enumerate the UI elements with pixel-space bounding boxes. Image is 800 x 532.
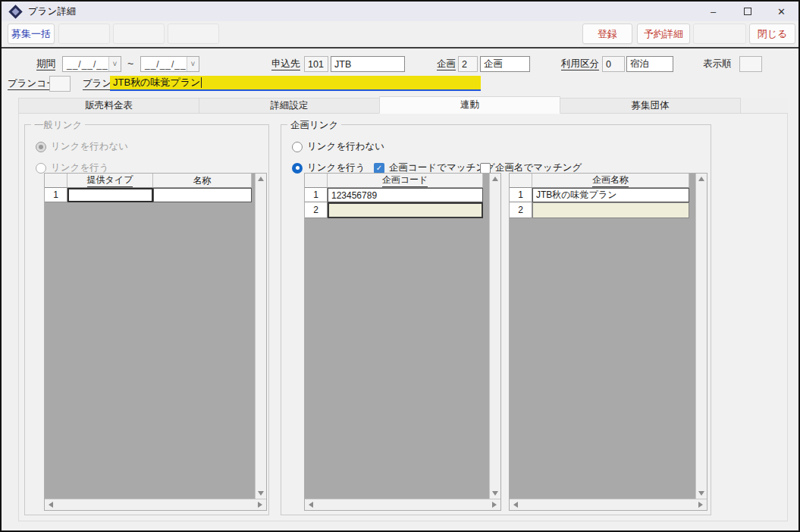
radio-unselected-icon <box>292 142 303 152</box>
horizontal-scrollbar[interactable] <box>45 499 266 510</box>
scroll-left-icon[interactable] <box>49 502 53 508</box>
teikyou-type-cell[interactable] <box>67 188 153 202</box>
general-no-link-radio[interactable]: リンクを行わない <box>36 140 128 153</box>
plan-detail-window: プラン詳細 – ✕ 募集一括 登録 予約詳細 閉じる 期間 __/__/__ ˅… <box>0 0 800 532</box>
checkbox-checked-icon: ✓ <box>374 163 384 174</box>
scroll-right-icon[interactable] <box>258 502 262 508</box>
kikaku-code-cell[interactable]: 123456789 <box>328 188 483 202</box>
general-link-group-title: 一般リンク <box>31 119 85 132</box>
scroll-up-icon[interactable] <box>698 177 704 181</box>
vertical-scrollbar[interactable] <box>695 174 707 499</box>
grid-header-row: 企画名称 <box>510 174 695 188</box>
col-header-kikaku-code[interactable]: 企画コード <box>328 174 483 188</box>
row-number-header <box>510 174 532 188</box>
titlebar: プラン詳細 – ✕ <box>2 2 798 21</box>
kikaku-name-cell[interactable] <box>532 202 689 218</box>
row-number-cell: 2 <box>305 202 328 218</box>
riyou-kubun-name-field[interactable]: 宿泊 <box>626 56 673 72</box>
text-caret <box>201 77 202 88</box>
checkbox-unchecked-icon <box>480 163 491 174</box>
kikaku-name-field[interactable]: 企画 <box>480 56 530 72</box>
col-header-meishou: 名称 <box>153 174 252 188</box>
tab-shousai-settei[interactable]: 詳細設定 <box>199 98 380 114</box>
scroll-down-icon[interactable] <box>698 491 704 496</box>
kikaku-link-group-title: 企画リンク <box>287 119 341 132</box>
toolbar-empty-button-1[interactable] <box>58 23 110 44</box>
moushikomisaki-code-field[interactable]: 101 <box>304 56 328 72</box>
grid-header-row: 企画コード <box>305 174 489 188</box>
riyou-kubun-code-field[interactable]: 0 <box>602 56 625 72</box>
kikaku-code-field[interactable]: 2 <box>458 56 478 72</box>
touroku-button[interactable]: 登録 <box>582 23 632 44</box>
maximize-button[interactable] <box>730 2 764 21</box>
chevron-down-icon[interactable]: ˅ <box>108 57 121 71</box>
plan-code-field[interactable] <box>49 76 71 92</box>
horizontal-scrollbar[interactable] <box>305 499 500 510</box>
date-to-combo[interactable]: __/__/__ ˅ <box>140 56 199 72</box>
window-title: プラン詳細 <box>28 5 76 18</box>
grid-header-row: 提供タイプ 名称 <box>45 174 255 188</box>
tab-strip: 販売料金表 詳細設定 連動 募集団体 <box>18 98 788 114</box>
table-row: 2 <box>510 202 695 218</box>
kikaku-label[interactable]: 企画 <box>437 58 456 70</box>
hyoujijun-field[interactable] <box>739 56 762 72</box>
boshu-ikkatsu-button[interactable]: 募集一括 <box>8 23 55 44</box>
scroll-right-icon[interactable] <box>492 502 497 508</box>
window-controls: – ✕ <box>696 2 798 21</box>
row-number-header <box>45 174 67 188</box>
table-row: 2 <box>305 202 489 218</box>
toolbar-separator <box>2 47 798 49</box>
radio-selected-disabled-icon <box>36 142 46 152</box>
toolbar-empty-button-3[interactable] <box>168 23 219 44</box>
row-number-cell: 1 <box>45 188 67 202</box>
riyou-kubun-label[interactable]: 利用区分 <box>561 58 599 70</box>
kikaku-no-link-radio[interactable]: リンクを行わない <box>292 140 384 153</box>
tojiru-button[interactable]: 閉じる <box>749 23 795 44</box>
tab-hanbai-ryoukinhyou[interactable]: 販売料金表 <box>18 98 199 114</box>
app-diamond-icon <box>8 5 22 18</box>
tab-boshuu-dantai[interactable]: 募集団体 <box>560 98 741 114</box>
scroll-up-icon[interactable] <box>492 177 498 181</box>
hyoujijun-label: 表示順 <box>703 58 732 70</box>
general-link-group: 一般リンク リンクを行わない リンクを行う 提供タイプ 名称 1 <box>24 124 269 515</box>
moushikomisaki-name-field[interactable]: JTB <box>331 56 405 72</box>
col-header-kikaku-meishou[interactable]: 企画名称 <box>532 174 689 188</box>
row-number-cell: 1 <box>510 188 532 202</box>
plan-name-field[interactable]: JTB秋の味覚プラン <box>110 76 481 91</box>
scroll-left-icon[interactable] <box>513 502 518 508</box>
row-number-header <box>305 174 328 188</box>
scroll-right-icon[interactable] <box>698 502 703 508</box>
scroll-left-icon[interactable] <box>309 502 313 508</box>
chevron-down-icon[interactable]: ˅ <box>187 57 199 71</box>
scroll-down-icon[interactable] <box>492 491 498 496</box>
yoyaku-shousai-button[interactable]: 予約詳細 <box>637 23 690 44</box>
tab-rendou[interactable]: 連動 <box>379 96 560 114</box>
vertical-scrollbar[interactable] <box>489 174 500 499</box>
kikaku-link-group: 企画リンク リンクを行わない リンクを行う ✓ 企画コードでマッチング 企画名で… <box>281 124 711 515</box>
kikaku-code-cell[interactable] <box>328 202 483 218</box>
col-header-teikyou-type[interactable]: 提供タイプ <box>67 174 153 188</box>
minimize-button[interactable]: – <box>696 2 730 21</box>
scroll-down-icon[interactable] <box>258 491 264 496</box>
moushikomisaki-label[interactable]: 申込先 <box>271 58 300 70</box>
general-link-grid: 提供タイプ 名称 1 <box>44 173 267 511</box>
toolbar-empty-button-4[interactable] <box>693 23 746 44</box>
vertical-scrollbar[interactable] <box>255 174 266 499</box>
meishou-cell[interactable] <box>153 188 252 202</box>
toolbar-empty-button-2[interactable] <box>113 23 165 44</box>
table-row: 1 123456789 <box>305 188 489 202</box>
kikan-label[interactable]: 期間 <box>36 58 55 70</box>
toolbar: 募集一括 登録 予約詳細 閉じる <box>2 21 798 47</box>
date-from-combo[interactable]: __/__/__ ˅ <box>62 56 121 72</box>
kikaku-name-cell[interactable]: JTB秋の味覚プラン <box>532 188 689 202</box>
radio-unselected-disabled-icon <box>36 163 46 174</box>
tab-strip-filler <box>741 98 788 114</box>
kikaku-name-grid: 企画名称 1 JTB秋の味覚プラン 2 <box>509 173 707 511</box>
kikaku-code-grid: 企画コード 1 123456789 2 <box>304 173 501 511</box>
scroll-up-icon[interactable] <box>258 177 264 181</box>
close-button[interactable]: ✕ <box>764 2 798 21</box>
tilde-separator: ~ <box>127 58 133 70</box>
radio-selected-icon <box>292 163 303 174</box>
horizontal-scrollbar[interactable] <box>510 499 707 510</box>
maximize-icon <box>744 8 751 15</box>
